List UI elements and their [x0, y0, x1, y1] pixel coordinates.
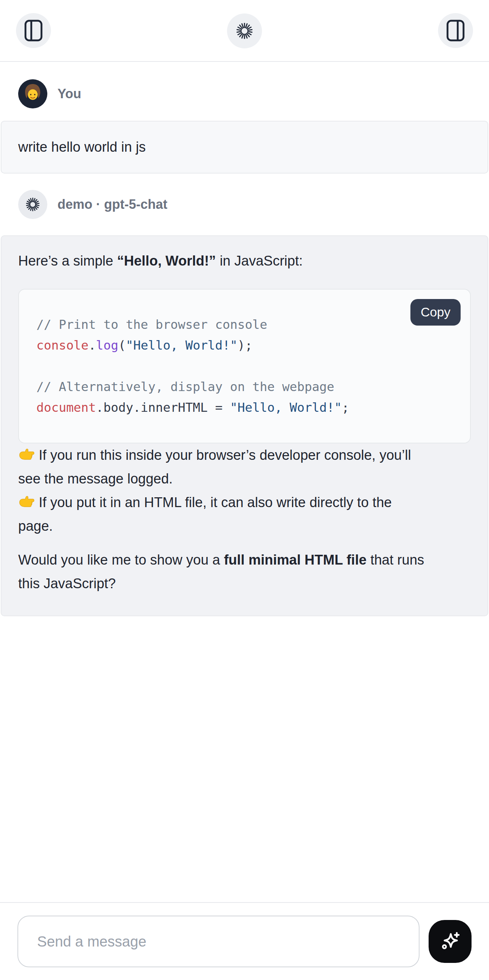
- pointing-right-icon: [18, 447, 35, 462]
- person-emoji-icon: [18, 79, 47, 108]
- user-avatar: [18, 79, 47, 108]
- code-block: Copy // Print to the browser consolecons…: [18, 289, 471, 444]
- user-message: You write hello world in js: [0, 79, 489, 173]
- assistant-note-1: If you run this inside your browser’s de…: [18, 444, 471, 538]
- copy-button[interactable]: Copy: [410, 299, 460, 326]
- sidebar-toggle-button[interactable]: [16, 13, 51, 48]
- assistant-intro-text: Here’s a simple “Hello, World!” in JavaS…: [18, 249, 471, 273]
- sidebar-panel-icon: [24, 19, 43, 42]
- code-content: // Print to the browser consoleconsole.l…: [19, 290, 470, 443]
- right-panel-toggle-button[interactable]: [438, 13, 473, 48]
- starburst-avatar-icon: [25, 197, 40, 212]
- user-sender-label: You: [57, 86, 81, 102]
- message-input[interactable]: [18, 916, 419, 967]
- send-button[interactable]: [428, 920, 471, 963]
- top-bar: [0, 0, 489, 62]
- pointing-right-icon: [18, 494, 35, 509]
- composer-bar: [0, 902, 489, 980]
- user-message-text: write hello world in js: [1, 121, 488, 173]
- model-logo-button[interactable]: [227, 13, 262, 48]
- assistant-sender-label: demo · gpt-5-chat: [57, 197, 167, 212]
- right-panel-icon: [446, 19, 465, 42]
- chat-scroll-area[interactable]: You write hello world in js: [0, 62, 489, 902]
- sparkle-icon: [439, 930, 461, 953]
- starburst-logo-icon: [236, 22, 253, 40]
- assistant-note-2: Would you like me to show you a full min…: [18, 548, 471, 595]
- assistant-message: demo · gpt-5-chat Here’s a simple “Hello…: [0, 190, 489, 616]
- assistant-message-body: Here’s a simple “Hello, World!” in JavaS…: [1, 235, 488, 616]
- assistant-avatar: [18, 190, 47, 219]
